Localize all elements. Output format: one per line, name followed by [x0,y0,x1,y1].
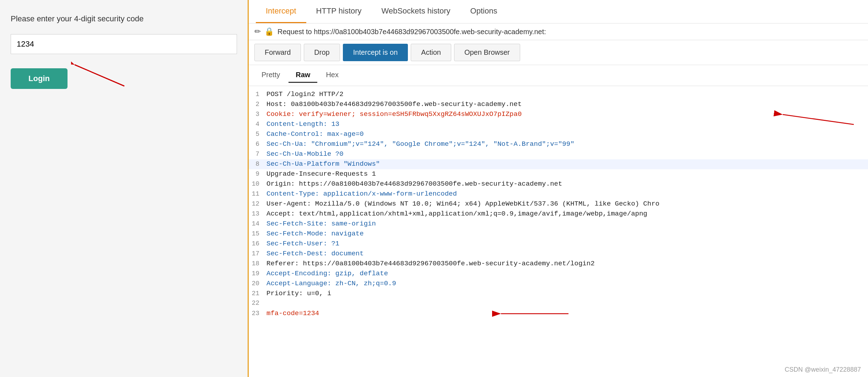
line-number: 14 [249,220,266,227]
security-code-label: Please enter your 4-digit security code [11,14,237,23]
code-line: 22 [249,299,868,309]
action-button[interactable]: Action [411,44,451,61]
code-line: 13Accept: text/html,application/xhtml+xm… [249,209,868,219]
code-line: 23mfa-code=1234 [249,309,868,319]
line-number: 11 [249,190,266,197]
line-number: 15 [249,230,266,237]
line-number: 13 [249,210,266,217]
view-tab-pretty[interactable]: Pretty [254,68,287,83]
left-panel: Please enter your 4-digit security code … [0,0,249,377]
code-line: 6Sec-Ch-Ua: "Chromium";v="124", "Google … [249,139,868,149]
forward-button[interactable]: Forward [254,44,301,61]
line-content: mfa-code=1234 [266,309,868,317]
line-content: Cookie: verify=wiener; session=eSH5FRbwq… [266,110,868,118]
code-line: 9Upgrade-Insecure-Requests 1 [249,169,868,179]
line-number: 22 [249,299,266,307]
line-content: Sec-Ch-Ua-Platform "Windows" [266,160,868,168]
line-content: User-Agent: Mozilla/5.0 (Windows NT 10.0… [266,200,868,208]
svg-line-1 [75,65,124,86]
code-line: 3Cookie: verify=wiener; session=eSH5FRbw… [249,110,868,120]
line-number: 16 [249,240,266,247]
line-content: Host: 0a8100b403b7e44683d92967003500fe.w… [266,100,868,108]
code-line: 15Sec-Fetch-Mode: navigate [249,229,868,239]
line-content: Sec-Fetch-Mode: navigate [266,230,868,238]
line-content: Sec-Fetch-User: ?1 [266,240,868,248]
code-line: 4Content-Length: 13 [249,120,868,129]
line-number: 20 [249,280,266,287]
line-content: Accept-Encoding: gzip, deflate [266,270,868,277]
line-content: Sec-Ch-Ua-Mobile ?0 [266,150,868,158]
code-line: 10Origin: https://0a8100b403b7e44683d929… [249,179,868,189]
line-content: Cache-Control: max-age=0 [266,130,868,138]
code-line: 5Cache-Control: max-age=0 [249,129,868,139]
line-content: Accept-Language: zh-CN, zh;q=0.9 [266,280,868,287]
line-number: 7 [249,150,266,158]
tab-websockets-history[interactable]: WebSockets history [372,0,460,23]
line-content: Referer: https://0a8100b403b7e44683d9296… [266,260,868,267]
line-number: 3 [249,111,266,118]
code-line: 8Sec-Ch-Ua-Platform "Windows" [249,159,868,169]
code-line: 14Sec-Fetch-Site: same-origin [249,219,868,229]
line-content: Content-Length: 13 [266,120,868,128]
code-line: 17Sec-Fetch-Dest: document [249,249,868,259]
security-code-input[interactable] [11,34,237,54]
line-number: 6 [249,140,266,148]
view-tab-hex[interactable]: Hex [319,68,346,83]
code-line: 21Priority: u=0, i [249,289,868,299]
line-number: 19 [249,270,266,277]
code-line: 11Content-Type: application/x-www-form-u… [249,189,868,199]
code-area: 1POST /login2 HTTP/22Host: 0a8100b403b7e… [249,86,868,377]
pencil-icon: ✏ [254,27,261,36]
watermark: CSDN @weixin_47228887 [785,366,861,373]
line-content: POST /login2 HTTP/2 [266,90,868,98]
line-number: 12 [249,200,266,207]
right-panel: Intercept HTTP history WebSockets histor… [249,0,868,377]
intercept-on-button[interactable]: Intercept is on [343,44,408,61]
lock-icon: 🔒 [264,27,274,36]
tab-options[interactable]: Options [460,0,507,23]
line-number: 9 [249,170,266,177]
line-number: 18 [249,260,266,267]
line-number: 10 [249,180,266,187]
login-arrow [71,61,128,90]
line-content: Upgrade-Insecure-Requests 1 [266,170,868,178]
code-line: 20Accept-Language: zh-CN, zh;q=0.9 [249,279,868,289]
toolbar: Forward Drop Intercept is on Action Open… [249,40,868,65]
code-line: 7Sec-Ch-Ua-Mobile ?0 [249,149,868,159]
line-number: 21 [249,290,266,297]
code-line: 1POST /login2 HTTP/2 [249,90,868,100]
line-number: 8 [249,160,266,168]
line-content: Content-Type: application/x-www-form-url… [266,190,868,198]
request-url: Request to https://0a8100b403b7e44683d92… [277,28,546,36]
open-browser-button[interactable]: Open Browser [454,44,520,61]
view-tabs: Pretty Raw Hex [249,65,868,86]
line-number: 23 [249,310,266,317]
tab-http-history[interactable]: HTTP history [306,0,372,23]
line-number: 5 [249,131,266,138]
line-number: 2 [249,101,266,108]
line-content: Sec-Ch-Ua: "Chromium";v="124", "Google C… [266,140,868,148]
code-line: 12User-Agent: Mozilla/5.0 (Windows NT 10… [249,199,868,209]
line-number: 4 [249,121,266,128]
line-content: Priority: u=0, i [266,290,868,297]
code-line: 18Referer: https://0a8100b403b7e44683d92… [249,259,868,269]
tab-intercept[interactable]: Intercept [256,0,306,23]
line-number: 1 [249,91,266,98]
line-number: 17 [249,250,266,257]
drop-button[interactable]: Drop [304,44,340,61]
code-line: 2Host: 0a8100b403b7e44683d92967003500fe.… [249,100,868,110]
tab-bar: Intercept HTTP history WebSockets histor… [249,0,868,23]
login-button[interactable]: Login [11,68,68,89]
line-content: Origin: https://0a8100b403b7e44683d92967… [266,180,868,188]
request-bar: ✏ 🔒 Request to https://0a8100b403b7e4468… [249,23,868,40]
line-content: Sec-Fetch-Site: same-origin [266,220,868,228]
view-tab-raw[interactable]: Raw [289,68,317,83]
code-line: 19Accept-Encoding: gzip, deflate [249,269,868,279]
line-content: Sec-Fetch-Dest: document [266,250,868,257]
line-content: Accept: text/html,application/xhtml+xml,… [266,210,868,218]
code-line: 16Sec-Fetch-User: ?1 [249,239,868,249]
